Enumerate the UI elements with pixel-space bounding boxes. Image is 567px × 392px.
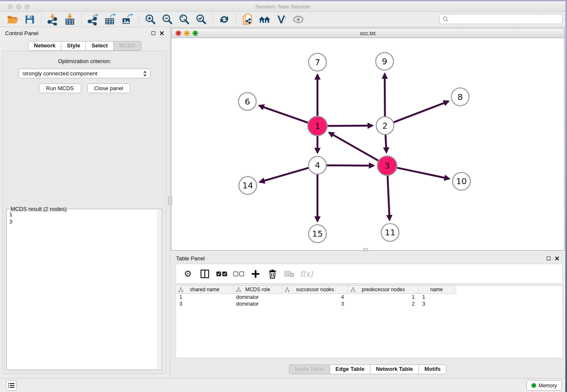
zoom-out-icon[interactable] <box>160 13 174 26</box>
hierarchy-icon <box>351 287 355 292</box>
status-bar: Memory <box>0 378 567 392</box>
export-network-icon[interactable] <box>86 13 100 26</box>
add-row-plus-icon[interactable] <box>248 267 263 281</box>
table-row[interactable]: 3dominator323 <box>176 301 562 307</box>
table-cell: 3 <box>176 301 234 307</box>
save-session-icon[interactable] <box>22 13 37 26</box>
clone-network-icon[interactable] <box>240 13 255 26</box>
column-header-successor-nodes[interactable]: successor nodes <box>282 286 348 293</box>
close-panel-button[interactable]: Close panel <box>87 83 131 93</box>
function-builder-fx-icon: f(x) <box>299 267 314 281</box>
node-table: shared name MCDS role successor nodes pr… <box>176 285 563 358</box>
control-panel-tabs: Network Style Select MCDS <box>0 41 169 51</box>
table-cell: 4 <box>282 294 348 300</box>
network-zoom-button[interactable] <box>193 30 198 36</box>
table-cell: dominator <box>234 301 282 307</box>
close-panel-icon[interactable] <box>160 31 164 36</box>
select-all-icon[interactable] <box>214 267 229 281</box>
table-toolbar: ⚙ f(x) <box>176 264 563 284</box>
run-mcds-button[interactable]: Run MCDS <box>39 83 81 93</box>
tab-motifs[interactable]: Motifs <box>419 364 446 374</box>
network-canvas[interactable]: 7968124314101511 <box>171 39 564 250</box>
control-panel: Control Panel Network Style Select MCDS … <box>0 27 169 378</box>
network-window-titlebar[interactable]: scc.txt <box>171 28 564 38</box>
splitter-handle-bottom[interactable] <box>363 248 368 251</box>
mcds-panel-body: Optimization criterion: strongly connect… <box>3 51 167 374</box>
cytoscape-app: { "window": { "title": "Session: New Ses… <box>0 0 567 392</box>
apply-layout-icon[interactable] <box>217 13 231 26</box>
zoom-in-icon[interactable] <box>143 13 157 26</box>
splitter-handle-left[interactable] <box>168 196 172 205</box>
table-cell: 3 <box>419 301 454 307</box>
vizmapper-icon[interactable] <box>274 13 289 26</box>
search-icon <box>443 16 449 22</box>
zoom-window-button[interactable] <box>25 4 30 9</box>
zoom-selected-icon[interactable] <box>194 13 208 26</box>
graph-edge-2-8[interactable] <box>385 101 449 125</box>
graph-node-label: 2 <box>383 121 388 131</box>
search-input[interactable] <box>451 16 559 22</box>
main-titlebar: Session: New Session <box>0 1 565 12</box>
tab-network-table[interactable]: Network Table <box>370 364 419 374</box>
show-hide-eye-icon <box>291 13 306 26</box>
search-field[interactable] <box>439 14 563 24</box>
tab-mcds[interactable]: MCDS <box>114 41 141 51</box>
float-panel-icon[interactable] <box>151 31 155 35</box>
export-image-icon[interactable] <box>120 13 134 26</box>
graph-node-label: 14 <box>242 180 253 190</box>
delete-row-trash-icon[interactable] <box>265 267 280 281</box>
zoom-fit-icon[interactable] <box>177 13 191 26</box>
memory-status-dot <box>531 383 536 388</box>
graph-node-label: 11 <box>385 227 395 237</box>
column-header-predecessor-nodes[interactable]: predecessor nodes <box>348 286 419 293</box>
column-header-shared-name[interactable]: shared name <box>176 286 234 293</box>
close-table-panel-icon[interactable] <box>555 256 559 261</box>
graph-node-label: 8 <box>457 92 463 102</box>
table-cell: 3 <box>282 301 348 307</box>
table-body: 1dominator4113dominator323 <box>176 294 562 307</box>
toolbar-separator <box>41 13 41 26</box>
graph-node-label: 7 <box>315 57 320 67</box>
minimize-window-button[interactable] <box>16 4 21 9</box>
table-cell: 2 <box>348 301 419 307</box>
hierarchy-icon <box>179 287 183 292</box>
export-table-icon[interactable] <box>103 13 117 26</box>
column-header-mcds-role[interactable]: MCDS role <box>234 286 282 293</box>
network-minimize-button[interactable] <box>184 30 190 36</box>
task-history-button[interactable] <box>6 380 17 391</box>
float-table-panel-icon[interactable] <box>547 257 550 260</box>
network-view-window: scc.txt 7968124314101511 <box>171 28 564 251</box>
import-network-icon[interactable] <box>46 13 60 26</box>
graph-node-label: 4 <box>315 160 320 170</box>
network-window-title: scc.txt <box>171 28 564 38</box>
network-graph[interactable]: 7968124314101511 <box>171 39 564 250</box>
tab-select[interactable]: Select <box>86 41 113 51</box>
table-header-row: shared name MCDS role successor nodes pr… <box>176 286 457 294</box>
table-panel: Table Panel ⚙ f(x) shar <box>171 252 564 378</box>
desktop-edge-right <box>565 0 567 392</box>
close-window-button[interactable] <box>8 4 13 9</box>
table-row[interactable]: 1dominator411 <box>176 294 562 301</box>
table-panel-title: Table Panel <box>176 255 547 262</box>
memory-button[interactable]: Memory <box>526 380 562 391</box>
toolbar-separator <box>212 13 213 26</box>
graph-node-label: 1 <box>315 121 320 131</box>
table-cell: 1 <box>348 294 419 300</box>
network-close-button[interactable] <box>176 30 181 36</box>
first-neighbors-icon[interactable] <box>257 13 272 26</box>
tab-node-table[interactable]: Node Table <box>289 364 330 374</box>
result-scrollbar[interactable] <box>157 210 161 369</box>
table-options-gear-icon[interactable]: ⚙ <box>180 267 195 281</box>
tab-network[interactable]: Network <box>28 41 61 51</box>
graph-node-label: 10 <box>456 176 467 186</box>
tab-style[interactable]: Style <box>61 41 86 51</box>
mcds-result-box: MCDS result (2 nodes) 1 3 <box>6 209 162 370</box>
import-table-icon[interactable] <box>63 13 77 26</box>
column-header-name[interactable]: name <box>419 286 454 293</box>
criterion-dropdown[interactable]: strongly connected component <box>19 69 151 78</box>
open-session-icon[interactable] <box>6 13 20 26</box>
tab-edge-table[interactable]: Edge Table <box>330 364 370 374</box>
deselect-all-icon[interactable] <box>231 267 246 281</box>
show-column-icon[interactable] <box>197 267 212 281</box>
desktop-edge-top <box>0 0 567 1</box>
